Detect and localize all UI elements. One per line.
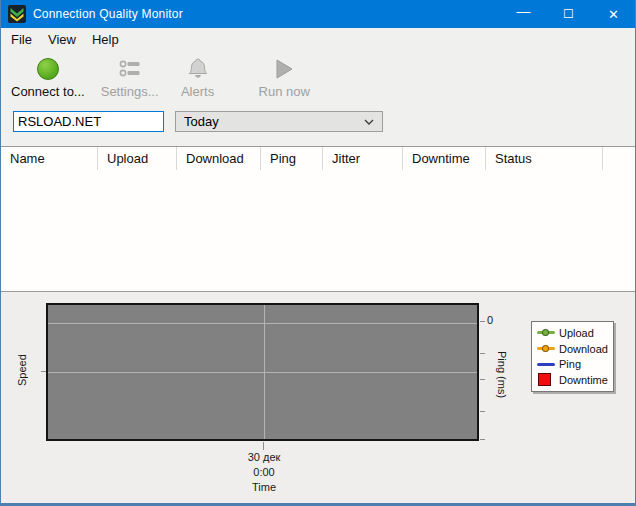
column-header-ping[interactable]: Ping: [261, 147, 323, 170]
gridline-horizontal: [48, 372, 477, 373]
right-axis-tick: [480, 411, 485, 412]
settings-icon: [118, 56, 142, 82]
window-title: Connection Quality Monitor: [33, 7, 183, 21]
period-dropdown-value: Today: [184, 114, 219, 129]
run-now-button[interactable]: Run now: [251, 54, 318, 99]
left-axis-tick: [41, 371, 46, 372]
chart-plot-area: [46, 303, 479, 441]
right-axis-tick: [480, 379, 485, 380]
connect-icon: [37, 56, 59, 82]
minimize-icon: —: [517, 3, 531, 19]
bell-icon: [187, 56, 209, 82]
window-controls: — ☐ ✕: [501, 0, 636, 28]
column-header-download[interactable]: Download: [177, 147, 261, 170]
ping-series-icon: [537, 359, 555, 369]
alerts-button[interactable]: Alerts: [167, 54, 229, 99]
legend-item-downtime: Downtime: [537, 373, 608, 388]
period-dropdown[interactable]: Today: [175, 111, 383, 132]
maximize-icon: ☐: [563, 7, 574, 21]
menu-view[interactable]: View: [40, 30, 84, 49]
x-tick-date: 30 дек: [194, 451, 334, 463]
column-header-jitter[interactable]: Jitter: [323, 147, 403, 170]
right-axis-tick: [480, 439, 485, 440]
bottom-axis-tick: [263, 442, 264, 450]
chevron-down-icon: [364, 119, 374, 125]
settings-button[interactable]: Settings...: [93, 54, 167, 99]
download-series-icon: [537, 344, 555, 354]
column-header-status[interactable]: Status: [486, 147, 603, 170]
server-input[interactable]: [13, 111, 164, 132]
controls-row: Today: [1, 103, 635, 146]
legend-item-download: Download: [537, 341, 608, 356]
x-tick-time: 0:00: [194, 466, 334, 478]
column-header-upload[interactable]: Upload: [98, 147, 177, 170]
menubar: File View Help: [1, 28, 635, 50]
connect-button[interactable]: Connect to...: [3, 54, 93, 99]
column-header-filler: [603, 147, 635, 170]
left-axis-title: Speed: [16, 329, 28, 411]
results-table-body: [1, 170, 635, 291]
x-axis-labels: 30 дек 0:00 Time: [194, 451, 334, 496]
column-header-name[interactable]: Name: [1, 147, 98, 170]
toolbar: Connect to... Settings... Alerts: [1, 50, 635, 103]
menu-help[interactable]: Help: [84, 30, 127, 49]
app-window: Connection Quality Monitor — ☐ ✕ File Vi…: [0, 0, 636, 506]
x-axis-title: Time: [194, 481, 334, 493]
legend-item-upload: Upload: [537, 325, 608, 340]
titlebar: Connection Quality Monitor — ☐ ✕: [0, 0, 636, 28]
right-axis-title: Ping (ms): [496, 330, 508, 420]
gridline-vertical: [264, 305, 265, 439]
right-axis-tick: [480, 321, 485, 322]
chart-legend: Upload Download Ping Downtime: [531, 321, 614, 392]
maximize-button[interactable]: ☐: [546, 0, 591, 28]
close-icon: ✕: [608, 7, 619, 22]
chart-panel: 0 Ping (ms) Speed 30 дек 0:00 Time Uploa…: [1, 291, 635, 503]
gridline-horizontal: [48, 323, 477, 324]
downtime-series-icon: [537, 375, 555, 385]
right-axis-tick-label: 0: [487, 314, 493, 326]
menu-file[interactable]: File: [3, 30, 40, 49]
close-button[interactable]: ✕: [591, 0, 636, 28]
results-table-header: Name Upload Download Ping Jitter Downtim…: [1, 146, 635, 170]
play-icon: [273, 56, 295, 82]
right-axis-tick: [480, 353, 485, 354]
column-header-downtime[interactable]: Downtime: [403, 147, 486, 170]
minimize-button[interactable]: —: [501, 0, 546, 28]
legend-item-ping: Ping: [537, 357, 608, 372]
upload-series-icon: [537, 328, 555, 338]
app-logo-icon: [8, 5, 26, 23]
